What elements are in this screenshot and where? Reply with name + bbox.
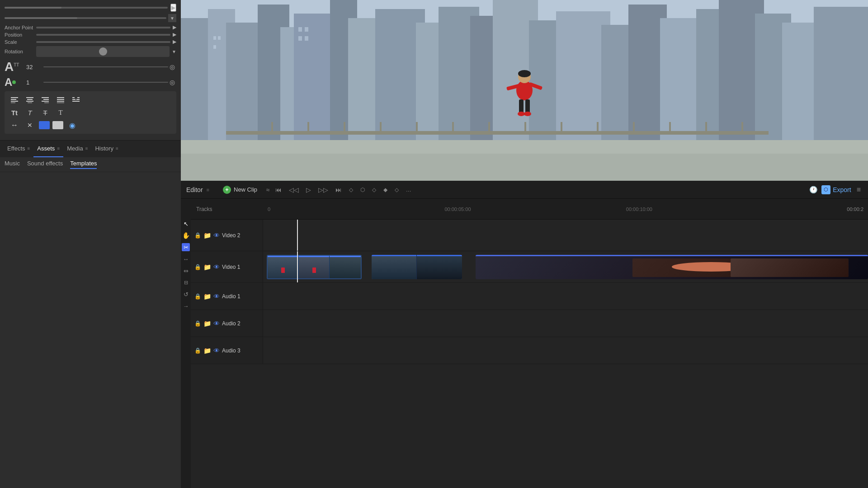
- color-blue-btn[interactable]: [39, 121, 50, 129]
- anchor-point-arrow[interactable]: ▶: [173, 24, 176, 30]
- slide-tool-btn[interactable]: ⇔: [182, 267, 190, 275]
- track-lock-audio1[interactable]: 🔒: [194, 293, 201, 300]
- align-left-btn[interactable]: [8, 95, 21, 105]
- track-content-video2[interactable]: [263, 220, 868, 251]
- track-lock-audio2[interactable]: 🔒: [194, 320, 201, 327]
- skip-back-btn[interactable]: ⏮: [274, 185, 283, 194]
- close-btn[interactable]: ✕: [24, 120, 36, 130]
- tab-media-menu[interactable]: ≡: [85, 146, 88, 151]
- track-header-audio2: 🔒 📁 👁 Audio 2: [191, 310, 263, 337]
- slip-tool-btn[interactable]: ↔: [182, 255, 190, 263]
- video-clip-2[interactable]: [372, 255, 462, 279]
- align-distribute-btn[interactable]: [70, 95, 82, 105]
- svg-rect-60: [452, 122, 454, 135]
- cut-tool-btn[interactable]: ✂: [182, 243, 190, 251]
- track-lock-video2[interactable]: 🔒: [194, 232, 201, 239]
- video-clip-3[interactable]: [476, 255, 868, 279]
- track-folder-video1[interactable]: 📁: [203, 263, 211, 271]
- arrow-tool-btn[interactable]: →: [182, 302, 190, 310]
- hand-tool-btn[interactable]: ✋: [182, 231, 190, 239]
- play-btn[interactable]: ▷: [304, 185, 313, 194]
- eye-blue-btn[interactable]: ◉: [66, 120, 79, 130]
- step-forward-btn[interactable]: ▷▷: [316, 185, 330, 194]
- tab-history[interactable]: History ≡: [91, 141, 122, 157]
- new-clip-button[interactable]: + New Clip: [223, 186, 257, 194]
- track-lock-video1[interactable]: 🔒: [194, 264, 201, 270]
- select-tool-btn[interactable]: ↖: [182, 220, 190, 228]
- extra-btn[interactable]: …: [404, 186, 413, 194]
- track-folder-audio2[interactable]: 📁: [203, 320, 211, 327]
- prop-row-2: ▼: [5, 14, 176, 22]
- align-center-btn[interactable]: [24, 95, 36, 105]
- track-header-audio1: 🔒 📁 👁 Audio 1: [191, 283, 263, 310]
- prop-track-1[interactable]: [5, 7, 168, 9]
- svg-rect-59: [416, 122, 418, 135]
- color-white-btn[interactable]: [52, 121, 63, 129]
- video-clip-1[interactable]: [267, 255, 362, 279]
- rotation-track[interactable]: [36, 46, 170, 57]
- split-btn[interactable]: ⬡: [359, 186, 367, 194]
- track-vis-audio3[interactable]: 👁: [213, 347, 220, 354]
- track-vis-audio2[interactable]: 👁: [213, 320, 220, 327]
- rotation-thumb[interactable]: [99, 47, 107, 56]
- editor-menu-icon[interactable]: ≡: [207, 187, 209, 192]
- timeline-area: ↖ ✋ ✂ ↔ ⇔ ⊟ ↺ → Tracks 0 00:00:05:: [181, 199, 868, 488]
- editor-panel: Editor ≡ + New Clip ≈ ⏮ ◁◁ ▷ ▷▷ ⏭: [181, 181, 868, 488]
- scale-label: Scale: [5, 39, 36, 45]
- editor-right-menu[interactable]: ≡: [855, 185, 863, 195]
- subtab-soundeffects[interactable]: Sound effects: [27, 160, 63, 169]
- track-folder-audio3[interactable]: 📁: [203, 347, 211, 354]
- skip-forward-btn[interactable]: ⏭: [334, 185, 344, 194]
- tab-effects[interactable]: Effects ≡: [4, 141, 33, 157]
- track-content-audio1[interactable]: [263, 283, 868, 310]
- mark-out-btn[interactable]: ◇: [370, 186, 378, 194]
- step-back-btn[interactable]: ◁◁: [287, 185, 301, 194]
- align-right-btn[interactable]: [39, 95, 52, 105]
- text-italic-btn[interactable]: T: [24, 108, 36, 117]
- ruler-mark-10: 00:00:10:00: [626, 206, 652, 212]
- track-vis-video2[interactable]: 👁: [213, 232, 220, 239]
- align-justify-btn[interactable]: [54, 95, 67, 105]
- track-content-audio3[interactable]: [263, 337, 868, 364]
- track-vis-video1[interactable]: 👁: [213, 263, 220, 271]
- mark-in-btn[interactable]: ◇: [347, 186, 355, 194]
- track-lock-audio3[interactable]: 🔒: [194, 347, 201, 354]
- prop-track-2[interactable]: [5, 17, 166, 19]
- font-size-track[interactable]: [43, 66, 168, 67]
- scale-track[interactable]: [36, 41, 170, 43]
- scale-arrow[interactable]: ▶: [173, 39, 176, 45]
- subtab-music[interactable]: Music: [5, 160, 20, 169]
- tab-effects-menu[interactable]: ≡: [28, 146, 30, 151]
- text-bold-btn[interactable]: Tt: [8, 108, 21, 117]
- track-folder-audio1[interactable]: 📁: [203, 293, 211, 300]
- svg-rect-48: [298, 27, 302, 32]
- tab-media[interactable]: Media ≡: [63, 141, 91, 157]
- font-leading-row: A 1 ◎: [5, 76, 176, 89]
- tab-history-menu[interactable]: ≡: [116, 146, 118, 151]
- text-strikethrough-btn[interactable]: T: [39, 108, 52, 117]
- track-folder-video2[interactable]: 📁: [203, 232, 211, 239]
- font-leading-track[interactable]: [43, 82, 168, 83]
- prop-arrow-1[interactable]: ▶: [170, 4, 176, 12]
- subtab-templates[interactable]: Templates: [70, 160, 97, 169]
- font-size-eye[interactable]: ◎: [168, 63, 176, 71]
- anchor-point-track[interactable]: [36, 27, 170, 28]
- more-options-btn[interactable]: ◇: [393, 186, 401, 194]
- text-serif-btn[interactable]: T: [54, 108, 67, 117]
- track-content-video1[interactable]: [263, 251, 868, 282]
- track-content-audio2[interactable]: [263, 310, 868, 337]
- svg-rect-72: [519, 99, 524, 113]
- prop-dropdown-2[interactable]: ▼: [168, 14, 176, 22]
- font-leading-eye[interactable]: ◎: [168, 78, 176, 86]
- rotation-dropdown[interactable]: ▼: [172, 49, 176, 54]
- flip-horizontal-btn[interactable]: ↔: [8, 120, 21, 130]
- add-marker-btn[interactable]: ◆: [382, 186, 389, 194]
- track-vis-audio1[interactable]: 👁: [213, 293, 220, 300]
- tab-assets-menu[interactable]: ≡: [57, 146, 60, 151]
- position-arrow[interactable]: ▶: [173, 32, 176, 38]
- position-track[interactable]: [36, 34, 170, 36]
- export-button[interactable]: ⬡ Export: [821, 185, 851, 194]
- trim-tool-btn[interactable]: ⊟: [182, 278, 190, 286]
- tab-assets[interactable]: Assets ≡: [33, 141, 63, 157]
- rotate-tool-btn[interactable]: ↺: [182, 290, 190, 298]
